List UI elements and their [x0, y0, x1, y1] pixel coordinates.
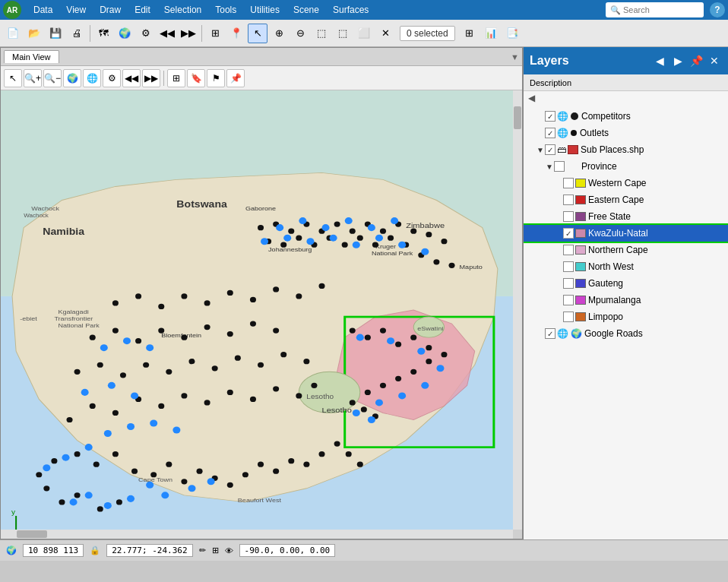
layer-free-state[interactable]: Free State — [524, 208, 728, 225]
grid-nav-btn[interactable]: ⊞ — [167, 69, 185, 87]
world-btn[interactable]: 🌐 — [83, 69, 101, 87]
svg-point-171 — [417, 348, 425, 355]
mpumalanga-checkbox[interactable] — [563, 295, 574, 305]
kwazulu-natal-checkbox[interactable] — [563, 228, 574, 239]
eastern-cape-label: Eastern Cape — [588, 195, 644, 205]
free-state-checkbox[interactable] — [563, 211, 574, 222]
layer-limpopo[interactable]: Limpopo — [524, 308, 728, 325]
export-btn[interactable]: 📊 — [481, 24, 501, 43]
layer-outlets[interactable]: 🌐 Outlets — [524, 125, 728, 141]
select2-btn[interactable]: ⬚ — [312, 24, 331, 43]
svg-point-123 — [410, 335, 416, 340]
svg-text:Wachock: Wachock — [31, 204, 60, 211]
gear-nav-btn[interactable]: ⚙ — [103, 69, 121, 87]
layers-forward-btn[interactable]: ▶ — [670, 53, 685, 68]
layer-sub-places[interactable]: ▼ 🗃 Sub Places.shp — [524, 141, 728, 158]
western-cape-checkbox[interactable] — [563, 178, 574, 188]
map-scrollbar-v[interactable] — [513, 90, 522, 530]
back-btn[interactable]: ◀◀ — [157, 24, 177, 43]
menu-utilities[interactable]: Utilities — [244, 3, 286, 17]
pencil-icon: ✏ — [199, 546, 206, 555]
map-content[interactable]: Namibia Botswana Zimbabwe Lesotho eSwati… — [1, 90, 522, 539]
menu-draw[interactable]: Draw — [93, 3, 127, 17]
svg-point-67 — [166, 369, 172, 375]
layer-northern-cape[interactable]: Northern Cape — [524, 242, 728, 258]
new-btn[interactable]: 📄 — [3, 24, 23, 43]
svg-point-137 — [127, 495, 135, 502]
menu-view[interactable]: View — [60, 3, 92, 17]
competitors-label: Competitors — [581, 111, 631, 122]
pin-nav-btn[interactable]: 📌 — [226, 69, 245, 87]
zoom-out-btn[interactable]: ⊖ — [290, 24, 310, 43]
globe-btn[interactable]: 🌍 — [115, 24, 135, 43]
point-btn[interactable]: 📍 — [226, 24, 246, 43]
forward-btn[interactable]: ▶▶ — [179, 24, 198, 43]
western-cape-color — [575, 179, 586, 188]
zoom-in-tool[interactable]: 🔍+ — [24, 69, 42, 87]
select-btn[interactable]: ↖ — [248, 24, 267, 43]
bookmark-btn[interactable]: 🔖 — [187, 69, 205, 87]
svg-point-47 — [318, 451, 324, 457]
select4-btn[interactable]: ⬜ — [354, 24, 374, 43]
menu-scene[interactable]: Scene — [287, 3, 325, 17]
layers-back-btn[interactable]: ◀ — [652, 53, 667, 68]
select3-btn[interactable]: ⬚ — [333, 24, 353, 43]
layer-north-west[interactable]: North West — [524, 258, 728, 275]
table-btn[interactable]: ⊞ — [460, 24, 480, 43]
prev-nav-btn[interactable]: ◀◀ — [122, 69, 141, 87]
menu-data[interactable]: Data — [27, 3, 59, 17]
map-btn[interactable]: 🗺 — [93, 24, 113, 43]
panel-back-arrow[interactable]: ◀ — [524, 91, 728, 105]
save-btn[interactable]: 💾 — [46, 24, 65, 43]
layer-mpumalanga[interactable]: Mpumalanga — [524, 292, 728, 308]
menu-selection[interactable]: Selection — [158, 3, 207, 17]
search-box: 🔍 — [606, 2, 704, 17]
settings-btn[interactable]: ⚙ — [136, 24, 156, 43]
main-view-tab[interactable]: Main View — [4, 50, 59, 63]
svg-point-95 — [288, 229, 294, 234]
next-nav-btn[interactable]: ▶▶ — [142, 69, 160, 87]
province-expand: ▼ — [545, 162, 554, 171]
layers-pin-btn[interactable]: 📌 — [688, 53, 704, 68]
map-scrollbar-h[interactable] — [1, 530, 513, 539]
layer-kwazulu-natal[interactable]: KwaZulu-Natal — [524, 225, 728, 242]
print-btn[interactable]: 🖨 — [67, 24, 87, 43]
north-west-checkbox[interactable] — [563, 261, 574, 272]
competitors-checkbox[interactable] — [545, 111, 555, 122]
layer-google-roads[interactable]: 🌐 🌍 Google Roads — [524, 325, 728, 342]
open-btn[interactable]: 📂 — [24, 24, 44, 43]
google-roads-checkbox[interactable] — [545, 328, 555, 339]
sub-places-checkbox[interactable] — [545, 144, 555, 155]
scrollbar-thumb-h[interactable] — [17, 530, 47, 538]
search-input[interactable] — [623, 5, 699, 14]
layer-eastern-cape[interactable]: Eastern Cape — [524, 191, 728, 208]
eastern-cape-checkbox[interactable] — [563, 195, 574, 205]
menu-tools[interactable]: Tools — [209, 3, 242, 17]
search-icon: 🔍 — [610, 5, 621, 15]
layer-competitors[interactable]: 🌐 Competitors — [524, 108, 728, 125]
layer-gauteng[interactable]: Gauteng — [524, 275, 728, 292]
svg-point-84 — [135, 293, 141, 299]
export2-btn[interactable]: 📑 — [502, 24, 522, 43]
arrow-select-tool[interactable]: ↖ — [4, 69, 22, 87]
layers-close-btn[interactable]: ✕ — [707, 53, 722, 68]
zoom-out-tool[interactable]: 🔍− — [43, 69, 62, 87]
layer-western-cape[interactable]: Western Cape — [524, 175, 728, 191]
outlets-checkbox[interactable] — [545, 128, 555, 138]
grid-btn[interactable]: ⊞ — [205, 24, 225, 43]
gauteng-checkbox[interactable] — [563, 278, 574, 289]
layer-province[interactable]: ▼ Province — [524, 158, 728, 175]
clear-btn[interactable]: ✕ — [375, 24, 395, 43]
province-checkbox[interactable] — [554, 161, 565, 172]
help-button[interactable]: ? — [710, 2, 725, 17]
menu-surfaces[interactable]: Surfaces — [327, 3, 375, 17]
globe-nav-btn[interactable]: 🌍 — [63, 69, 81, 87]
tab-dropdown[interactable]: ▼ — [511, 52, 519, 62]
limpopo-checkbox[interactable] — [563, 312, 574, 322]
svg-point-44 — [273, 469, 279, 474]
menu-edit[interactable]: Edit — [128, 3, 157, 17]
zoom-in-btn[interactable]: ⊕ — [269, 24, 289, 43]
scrollbar-thumb-v[interactable] — [514, 106, 521, 129]
northern-cape-checkbox[interactable] — [563, 245, 574, 255]
flag-btn[interactable]: ⚑ — [207, 69, 225, 87]
